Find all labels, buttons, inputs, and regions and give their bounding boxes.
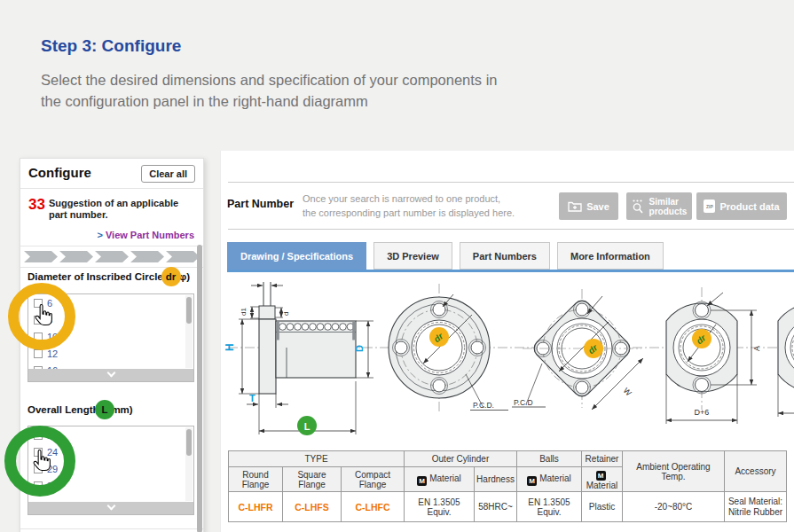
scrollbar-thumb[interactable]: [186, 429, 192, 456]
suggestion-count: 33: [28, 196, 45, 214]
checkbox[interactable]: [34, 481, 43, 490]
panel-scrollbar-thumb[interactable]: [197, 245, 202, 532]
length-option-19[interactable]: 19: [28, 426, 193, 443]
material-icon: M: [527, 476, 537, 486]
tab-part-numbers[interactable]: Part Numbers: [460, 242, 550, 270]
option-label: 19: [47, 430, 58, 441]
configure-panel-title: Configure: [28, 165, 91, 180]
product-data-button[interactable]: ZIP Product data: [696, 192, 787, 220]
spec-table: TYPE Outer Cylinder Balls Retainer Ambie…: [228, 450, 787, 522]
step-title: Step 3: Configure: [41, 36, 181, 56]
material-icon: M: [596, 471, 606, 481]
tab-drawing-specifications[interactable]: Drawing / Specifications: [227, 242, 366, 270]
option-label: 8: [47, 315, 52, 325]
divider: [228, 229, 794, 230]
breadcrumb-arrow[interactable]: [95, 251, 129, 262]
dim-label-d: d: [282, 312, 290, 316]
similar-products-button[interactable]: Similar products: [626, 192, 692, 220]
listbox-scrollbar[interactable]: [185, 427, 193, 501]
header-retainer-material: MMaterial: [582, 467, 623, 492]
drawing-side-section: d1 d: [224, 282, 373, 435]
part-number-c-lhfr[interactable]: C-LHFR: [229, 492, 283, 522]
facet-title-length: Overall LengthL(mm): [28, 404, 133, 415]
dim-label-t: T: [249, 393, 255, 403]
divider: [20, 528, 203, 529]
part-number-c-lhfc[interactable]: C-LHFC: [342, 492, 405, 522]
option-label: 29: [47, 464, 58, 474]
product-data-label: Product data: [719, 201, 779, 212]
expand-list-button[interactable]: [28, 369, 193, 381]
dr-highlight-dot: dr: [166, 271, 177, 282]
header-hardness: Hardness: [475, 467, 517, 492]
similar-products-label: Similar products: [649, 197, 688, 216]
checkbox[interactable]: [34, 465, 43, 473]
drawing-partial-flange: [778, 301, 794, 417]
length-listbox: 19 24 29 30: [28, 426, 194, 515]
configure-panel: Configure Clear all 33 Suggestion of an …: [20, 158, 204, 532]
length-option-24[interactable]: 24: [28, 443, 193, 460]
pcd-label-square: P.C.D: [514, 398, 533, 407]
drawing-group: d1 d: [224, 282, 794, 435]
chevron-right-icon: >: [98, 230, 103, 240]
header-balls-material: MMaterial: [517, 467, 582, 492]
diameter-listbox: 6 8 10 12 16: [28, 293, 194, 382]
view-part-numbers-link[interactable]: >View Part Numbers: [98, 230, 195, 240]
checkbox[interactable]: [34, 349, 43, 358]
save-button[interactable]: Save: [559, 192, 618, 220]
table-row: C-LHFR C-LHFS C-LHFC EN 1.3505 Equiv. 58…: [229, 492, 787, 522]
cell-accessory: Seal Material: Nitrile Rubber: [725, 492, 787, 522]
listbox-scrollbar[interactable]: [185, 295, 193, 368]
scrollbar-thumb[interactable]: [186, 297, 192, 324]
header-type: TYPE: [229, 451, 405, 467]
checkbox[interactable]: [34, 316, 43, 325]
header-square-flange: Square Flange: [283, 467, 342, 492]
dim-label-l: L: [304, 421, 311, 432]
breadcrumb-arrow[interactable]: [166, 251, 200, 262]
length-option-29[interactable]: 29: [28, 460, 193, 477]
breadcrumb-arrow[interactable]: [59, 251, 93, 262]
part-number-label: Part Number: [227, 198, 294, 210]
dim-label-d1: d1: [240, 308, 248, 316]
suggestion-text: Suggestion of an applicable part number.: [49, 198, 193, 221]
tab-underline: [227, 270, 794, 272]
tab-3d-preview[interactable]: 3D Preview: [373, 242, 452, 270]
facet-title-text: Diameter of Inscribed Circle: [28, 271, 163, 282]
page: Step 3: Configure Select the desired dim…: [0, 0, 794, 532]
header-balls: Balls: [517, 451, 582, 467]
header-compact-flange: Compact Flange: [342, 467, 405, 492]
breadcrumb-arrow[interactable]: [24, 251, 58, 262]
diameter-option-10[interactable]: 10: [28, 328, 193, 345]
dim-label-a: A: [752, 346, 761, 351]
header-ambient: Ambient Operating Temp.: [623, 451, 725, 492]
checkbox[interactable]: [34, 431, 43, 440]
breadcrumb-arrow[interactable]: [130, 251, 164, 262]
diameter-option-8[interactable]: 8: [28, 311, 193, 328]
expand-list-button[interactable]: [28, 502, 193, 514]
header-outer-material: MMaterial: [405, 467, 475, 492]
folder-plus-icon: [568, 200, 582, 212]
option-label: 10: [47, 332, 58, 342]
checkbox[interactable]: [34, 332, 43, 341]
checkbox[interactable]: [34, 299, 43, 308]
l-highlight-dot: L: [102, 404, 108, 415]
clear-all-button[interactable]: Clear all: [141, 165, 195, 183]
header-accessory: Accessory: [725, 451, 787, 492]
cell-hardness: 58HRC~: [475, 492, 517, 522]
length-option-30[interactable]: 30: [28, 477, 193, 494]
dim-label-big-d: D: [354, 345, 365, 352]
dim-label-d-plus-6: D+6: [695, 408, 710, 417]
option-label: 24: [47, 447, 58, 458]
tab-bar: Drawing / Specifications 3D Preview Part…: [227, 242, 664, 270]
divider: [228, 182, 794, 183]
dim-label-h: H: [224, 343, 236, 351]
part-number-c-lhfs[interactable]: C-LHFS: [283, 492, 342, 522]
cell-ambient: -20~80°C: [623, 492, 725, 522]
diameter-option-12[interactable]: 12: [28, 345, 193, 362]
diameter-option-6[interactable]: 6: [28, 294, 193, 311]
tab-more-information[interactable]: More Information: [557, 242, 664, 270]
checkbox[interactable]: [34, 448, 43, 457]
cell-balls-material: EN 1.3505 Equiv.: [517, 492, 582, 522]
chevron-down-icon: [106, 502, 115, 511]
step-description: Select the desired dimensions and specif…: [41, 69, 498, 112]
option-label: 30: [47, 481, 58, 491]
